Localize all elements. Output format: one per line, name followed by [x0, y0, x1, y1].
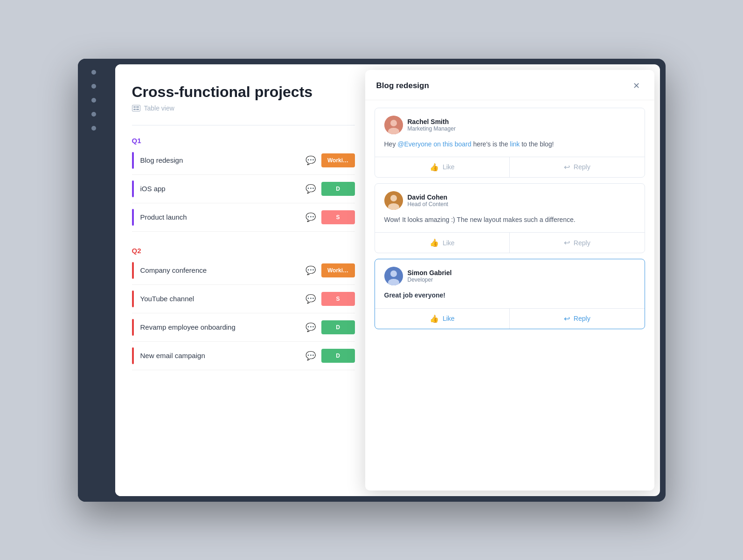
chat-icon-inactive: 💬 — [306, 322, 316, 332]
like-button-2[interactable]: 👍 Like — [375, 233, 510, 253]
comment-content-3: Simon Gabriel Developer Great job everyo… — [375, 259, 645, 308]
main-content: Cross-functional projects Table view Q1 … — [115, 64, 660, 496]
reply-icon-1: ↩ — [564, 163, 570, 172]
table-row: Company conference 💬 Worki… — [132, 256, 355, 285]
comment-card-2: David Cohen Head of Content Wow! It look… — [375, 183, 645, 253]
table-view-row[interactable]: Table view — [132, 104, 355, 112]
svg-point-4 — [390, 195, 397, 201]
project-name-blog-redesign: Blog redesign — [140, 156, 306, 164]
table-view-label: Table view — [144, 104, 174, 112]
svg-point-5 — [388, 203, 399, 210]
q2-bar — [132, 290, 134, 307]
reply-label-2: Reply — [574, 239, 590, 247]
comment-content-1: Rachel Smith Marketing Manager Hey @Ever… — [375, 108, 645, 157]
reply-icon-3: ↩ — [564, 314, 570, 323]
comment-text-david: Wow! It looks amazing :) The new layout … — [384, 214, 635, 225]
table-row: iOS app 💬 D — [132, 175, 355, 203]
svg-point-7 — [390, 270, 397, 277]
svg-point-1 — [390, 120, 397, 126]
status-badge-working-q2: Worki… — [321, 263, 355, 277]
comment-card-1: Rachel Smith Marketing Manager Hey @Ever… — [375, 108, 645, 178]
q2-bar — [132, 319, 134, 336]
project-name-email-campaign: New email campaign — [140, 352, 306, 360]
reply-label-1: Reply — [574, 163, 590, 171]
author-role-rachel: Marketing Manager — [408, 125, 456, 132]
close-button[interactable]: ✕ — [630, 79, 643, 92]
sidebar-nav-dot-1 — [91, 70, 96, 75]
comment-text-rachel: Hey @Everyone on this board here's is th… — [384, 139, 635, 149]
comment-panel-header: Blog redesign ✕ — [365, 70, 654, 100]
comment-content-2: David Cohen Head of Content Wow! It look… — [375, 184, 645, 232]
sidebar-nav-dot-2 — [91, 84, 96, 89]
like-button-3[interactable]: 👍 Like — [375, 309, 510, 329]
chat-icon: 💬 — [306, 155, 316, 166]
avatar-david — [384, 191, 403, 210]
author-info-rachel: Rachel Smith Marketing Manager — [408, 118, 456, 132]
q1-items: Blog redesign 💬 Worki… iOS app 💬 D Produ… — [132, 146, 355, 232]
project-panel: Cross-functional projects Table view Q1 … — [115, 64, 372, 496]
status-badge-d: D — [321, 182, 355, 196]
comment-actions-2: 👍 Like ↩ Reply — [375, 232, 645, 253]
reply-button-3[interactable]: ↩ Reply — [510, 309, 645, 329]
like-icon-2: 👍 — [430, 238, 439, 247]
comment-text-simon: Great job everyone! — [384, 290, 635, 300]
page-title: Cross-functional projects — [132, 83, 355, 101]
chat-icon-inactive: 💬 — [306, 212, 316, 222]
reply-label-3: Reply — [574, 315, 590, 322]
reply-button-2[interactable]: ↩ Reply — [510, 233, 645, 253]
comment-panel-body: Rachel Smith Marketing Manager Hey @Ever… — [365, 100, 654, 491]
author-name-rachel: Rachel Smith — [408, 118, 456, 125]
project-name-company-conference: Company conference — [140, 266, 306, 274]
comment-panel-title: Blog redesign — [376, 81, 429, 90]
comment-card-3: Simon Gabriel Developer Great job everyo… — [375, 259, 645, 329]
like-label-1: Like — [443, 163, 455, 171]
author-info-david: David Cohen Head of Content — [408, 194, 448, 207]
quarter-q2-label: Q2 — [132, 247, 355, 255]
q1-bar — [132, 209, 134, 226]
comment-actions-1: 👍 Like ↩ Reply — [375, 157, 645, 177]
chat-icon-inactive: 💬 — [306, 351, 316, 361]
avatar-rachel — [384, 116, 403, 134]
like-icon-1: 👍 — [430, 163, 439, 172]
project-name-onboarding: Revamp employee onboarding — [140, 323, 306, 331]
blog-link[interactable]: link — [510, 140, 520, 148]
table-row: Product launch 💬 S — [132, 203, 355, 232]
status-badge-s: S — [321, 210, 355, 224]
author-row-simon: Simon Gabriel Developer — [384, 267, 635, 285]
quarter-q1-label: Q1 — [132, 137, 355, 145]
chat-icon-inactive: 💬 — [306, 265, 316, 276]
author-info-simon: Simon Gabriel Developer — [408, 269, 452, 283]
avatar-simon — [384, 267, 403, 285]
like-label-3: Like — [443, 315, 455, 322]
status-badge-s-q2: S — [321, 292, 355, 306]
like-button-1[interactable]: 👍 Like — [375, 157, 510, 177]
author-row-rachel: Rachel Smith Marketing Manager — [384, 116, 635, 134]
app-container: Cross-functional projects Table view Q1 … — [78, 59, 666, 502]
status-badge-working: Worki… — [321, 153, 355, 167]
author-role-david: Head of Content — [408, 201, 448, 207]
comment-actions-3: 👍 Like ↩ Reply — [375, 308, 645, 329]
like-icon-3: 👍 — [430, 314, 439, 323]
q1-bar — [132, 180, 134, 197]
table-row: Revamp employee onboarding 💬 D — [132, 313, 355, 342]
sidebar-nav-dot-3 — [91, 98, 96, 103]
q2-items: Company conference 💬 Worki… YouTube chan… — [132, 256, 355, 370]
sidebar — [78, 59, 110, 502]
author-row-david: David Cohen Head of Content — [384, 191, 635, 210]
table-row: Blog redesign 💬 Worki… — [132, 146, 355, 175]
comment-panel: Blog redesign ✕ — [365, 70, 654, 491]
chat-icon: 💬 — [306, 184, 316, 194]
table-row: YouTube channel 💬 S — [132, 285, 355, 313]
q2-bar — [132, 347, 134, 364]
chat-icon-inactive: 💬 — [306, 294, 316, 304]
q1-bar — [132, 152, 134, 169]
like-label-2: Like — [443, 239, 455, 247]
svg-point-2 — [388, 128, 399, 134]
author-name-simon: Simon Gabriel — [408, 269, 452, 277]
status-badge-d-q2-email: D — [321, 349, 355, 363]
divider — [132, 125, 355, 125]
reply-icon-2: ↩ — [564, 238, 570, 247]
reply-button-1[interactable]: ↩ Reply — [510, 157, 645, 177]
table-row: New email campaign 💬 D — [132, 342, 355, 370]
status-badge-d-q2: D — [321, 320, 355, 334]
